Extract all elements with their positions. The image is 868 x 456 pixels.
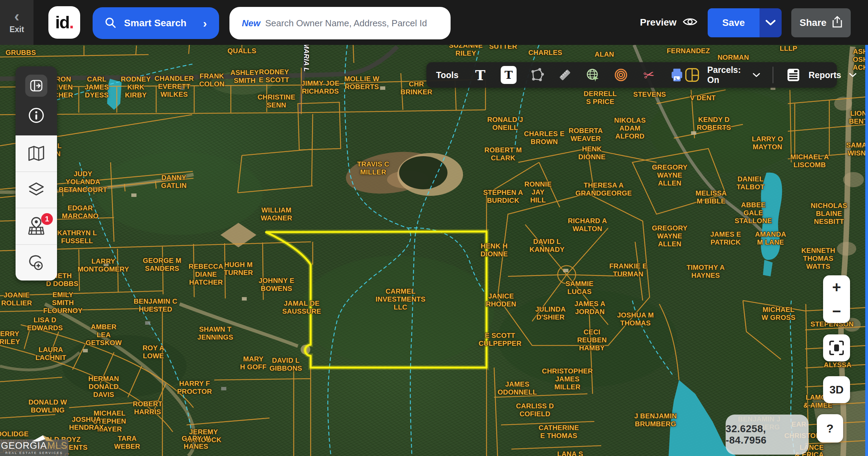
- chevron-down-icon: [765, 20, 776, 26]
- sidebar-item-map-pins[interactable]: 1: [16, 208, 57, 244]
- ruler-tool-icon[interactable]: [557, 67, 573, 83]
- map-artwork: [0, 45, 868, 456]
- save-button[interactable]: Save: [708, 8, 760, 37]
- land-id-map-editor: ‹ Exit id. Smart Search › New Preview Sa…: [0, 0, 868, 456]
- zoom-out-button[interactable]: −: [832, 304, 841, 319]
- chevron-down-icon[interactable]: [753, 72, 760, 78]
- text-box-tool-icon[interactable]: T: [501, 66, 517, 84]
- recenter-button[interactable]: [823, 334, 850, 361]
- toolbar-divider: [773, 67, 773, 83]
- parcels-toggle-label[interactable]: Parcels: On: [707, 65, 745, 85]
- sidebar-item-add-area[interactable]: [16, 244, 57, 281]
- sidebar-light-section: 1: [16, 135, 57, 281]
- panel-expand-button[interactable]: [25, 75, 47, 97]
- chevron-down-icon[interactable]: [849, 72, 857, 78]
- lasso-add-icon: [27, 254, 45, 271]
- basemap-icon: [27, 145, 45, 161]
- brand-mls: MLS: [47, 441, 68, 450]
- rings-tool-icon[interactable]: [613, 67, 629, 83]
- polygon-tool-icon[interactable]: [529, 67, 545, 83]
- sidebar-item-layers[interactable]: [16, 171, 57, 208]
- layers-icon: [27, 182, 45, 198]
- viewport-edge-accent: [865, 45, 868, 456]
- text-tool-icon[interactable]: T: [473, 67, 488, 83]
- chevron-right-icon: ›: [203, 17, 207, 30]
- coordinates-readout: 32.6258, -84.7956: [726, 415, 809, 455]
- print-tool-icon[interactable]: [669, 67, 685, 83]
- info-icon: [27, 106, 45, 124]
- tools-toolbar: Tools T T ✂: [426, 62, 837, 88]
- logo-dot: .: [69, 12, 73, 32]
- save-button-group: Save: [708, 8, 782, 37]
- left-sidebar: 1: [16, 66, 57, 281]
- save-dropdown-button[interactable]: [760, 8, 782, 37]
- exit-button[interactable]: ‹ Exit: [0, 0, 34, 45]
- share-icon: [832, 16, 842, 30]
- globe-select-tool-icon[interactable]: [585, 67, 601, 83]
- new-badge: New: [242, 18, 260, 29]
- eye-icon: [683, 17, 697, 28]
- back-chevron-icon: ‹: [14, 11, 19, 21]
- search-icon: [105, 17, 116, 30]
- brand-tagline: REAL ESTATE SERVICES: [5, 452, 63, 455]
- preview-label: Preview: [640, 17, 677, 28]
- zoom-control: + −: [823, 275, 850, 323]
- zoom-in-button[interactable]: +: [832, 280, 841, 295]
- reports-label[interactable]: Reports: [809, 70, 841, 80]
- sidebar-item-basemap[interactable]: [16, 135, 57, 171]
- logo-text: id: [55, 12, 69, 32]
- frame-center-icon: [829, 340, 845, 356]
- reports-icon: [786, 67, 801, 83]
- info-button[interactable]: [27, 106, 45, 126]
- sidebar-dark-section: [16, 66, 57, 135]
- brand-georgia: GEORGIA: [1, 441, 47, 450]
- parcels-icon: [685, 67, 700, 83]
- app-logo[interactable]: id.: [48, 6, 80, 39]
- smart-search-button[interactable]: Smart Search ›: [93, 7, 219, 39]
- cut-tool-icon[interactable]: ✂: [640, 65, 658, 85]
- three-d-button[interactable]: 3D: [823, 376, 850, 403]
- share-button[interactable]: Share: [791, 8, 851, 37]
- exit-label: Exit: [9, 25, 24, 34]
- help-button[interactable]: ?: [817, 414, 843, 443]
- map-canvas[interactable]: GRUBBSQUALLSEVANSSUZANNE RILEYSUTTERCHAR…: [0, 45, 868, 456]
- smart-search-label: Smart Search: [124, 18, 187, 29]
- roof-icon: [31, 435, 55, 442]
- search-input-wrapper: New: [229, 7, 451, 39]
- preview-button[interactable]: Preview: [640, 14, 697, 31]
- top-bar: ‹ Exit id. Smart Search › New Preview Sa…: [0, 0, 868, 45]
- panel-expand-icon: [29, 79, 43, 93]
- search-input[interactable]: [264, 18, 451, 29]
- georgia-mls-logo: GEORGIAMLS REAL ESTATE SERVICES: [0, 439, 68, 456]
- tools-label: Tools: [436, 70, 459, 80]
- share-label: Share: [800, 17, 827, 28]
- notification-badge: 1: [41, 213, 53, 225]
